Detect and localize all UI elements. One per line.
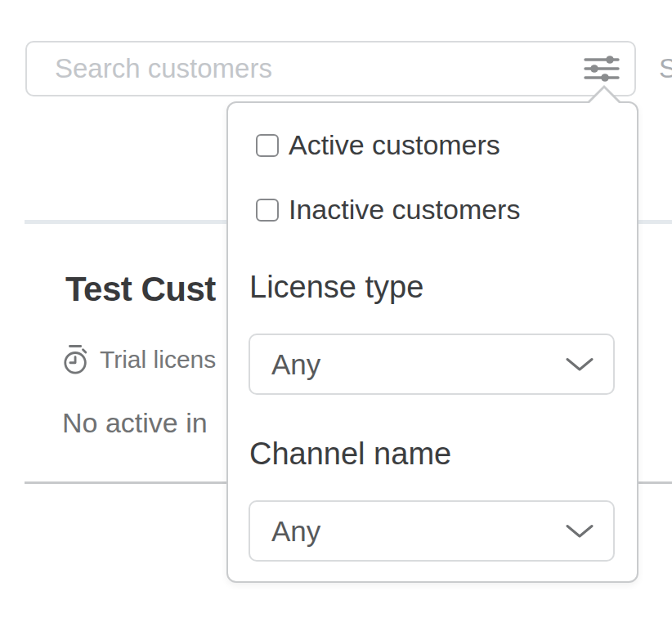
inactive-customers-label: Inactive customers (289, 194, 520, 226)
sliders-icon (584, 54, 620, 83)
customer-name-heading: Test Cust (65, 270, 216, 309)
active-customers-label: Active customers (289, 129, 500, 161)
search-input[interactable] (27, 43, 576, 95)
channel-name-select[interactable]: Any (249, 500, 615, 562)
license-badge-label: Trial licens (100, 346, 216, 374)
customer-status-text: No active in (62, 407, 208, 439)
inactive-customers-option[interactable]: Inactive customers (256, 194, 520, 226)
channel-name-select-value: Any (271, 515, 566, 548)
timer-icon (62, 343, 90, 376)
license-type-select[interactable]: Any (249, 334, 615, 395)
sort-label-partial: S (659, 41, 672, 96)
filter-popover: Active customers Inactive customers Lice… (226, 101, 638, 583)
license-badge: Trial licens (62, 343, 216, 376)
customer-search-bar (25, 41, 636, 96)
active-customers-checkbox[interactable] (256, 134, 279, 157)
chevron-down-icon (566, 357, 594, 372)
active-customers-option[interactable]: Active customers (256, 129, 500, 161)
chevron-down-icon (566, 524, 594, 539)
channel-name-label: Channel name (249, 437, 451, 472)
inactive-customers-checkbox[interactable] (256, 199, 279, 222)
license-type-label: License type (249, 270, 423, 305)
license-type-select-value: Any (271, 348, 566, 381)
